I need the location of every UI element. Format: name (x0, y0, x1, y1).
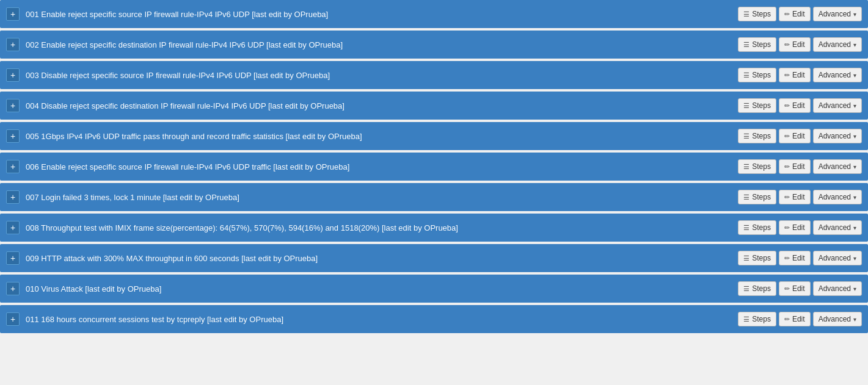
caret-icon: ▾ (853, 225, 856, 231)
edit-button-9[interactable]: ✏ Edit (779, 251, 811, 265)
edit-icon: ✏ (784, 285, 790, 293)
advanced-button-3[interactable]: Advanced ▾ (813, 68, 862, 82)
advanced-button-2[interactable]: Advanced ▾ (813, 37, 862, 52)
expand-button-2[interactable]: + (6, 38, 20, 51)
plus-icon: + (10, 192, 15, 202)
action-buttons-2: ☰ Steps ✏ Edit Advanced ▾ (738, 37, 862, 52)
item-label-6: 006 Enable reject specific source IP fir… (26, 162, 732, 171)
action-buttons-11: ☰ Steps ✏ Edit Advanced ▾ (738, 312, 862, 326)
advanced-button-5[interactable]: Advanced ▾ (813, 129, 862, 143)
item-label-3: 003 Disable reject specific source IP fi… (26, 71, 732, 80)
steps-icon: ☰ (743, 71, 749, 79)
advanced-label: Advanced (819, 10, 851, 18)
plus-icon: + (10, 253, 15, 263)
edit-icon: ✏ (784, 102, 790, 110)
advanced-button-1[interactable]: Advanced ▾ (813, 7, 862, 21)
expand-button-8[interactable]: + (6, 221, 20, 234)
expand-button-7[interactable]: + (6, 190, 20, 204)
steps-icon: ☰ (743, 285, 749, 293)
list-item-4: + 004 Disable reject specific destinatio… (0, 92, 868, 120)
steps-label: Steps (752, 315, 771, 323)
caret-icon: ▾ (853, 286, 856, 292)
caret-icon: ▾ (853, 41, 856, 48)
edit-label: Edit (792, 162, 805, 171)
expand-button-6[interactable]: + (6, 160, 20, 173)
expand-button-1[interactable]: + (6, 7, 20, 21)
list-item-5: + 005 1Gbps IPv4 IPv6 UDP traffic pass t… (0, 122, 868, 150)
plus-icon: + (10, 284, 15, 293)
advanced-button-10[interactable]: Advanced ▾ (813, 281, 862, 296)
advanced-button-7[interactable]: Advanced ▾ (813, 190, 862, 204)
edit-button-2[interactable]: ✏ Edit (779, 37, 811, 52)
steps-button-6[interactable]: ☰ Steps (738, 159, 776, 174)
steps-icon: ☰ (743, 193, 749, 201)
edit-icon: ✏ (784, 224, 790, 232)
edit-label: Edit (792, 101, 805, 110)
edit-button-10[interactable]: ✏ Edit (779, 281, 811, 296)
steps-icon: ☰ (743, 315, 749, 323)
edit-icon: ✏ (784, 254, 790, 262)
edit-label: Edit (792, 71, 805, 79)
edit-label: Edit (792, 193, 805, 201)
advanced-button-8[interactable]: Advanced ▾ (813, 220, 862, 235)
steps-button-11[interactable]: ☰ Steps (738, 312, 776, 326)
steps-button-5[interactable]: ☰ Steps (738, 129, 776, 143)
action-buttons-3: ☰ Steps ✏ Edit Advanced ▾ (738, 68, 862, 82)
steps-icon: ☰ (743, 224, 749, 232)
caret-icon: ▾ (853, 72, 856, 79)
advanced-button-4[interactable]: Advanced ▾ (813, 98, 862, 113)
edit-icon: ✏ (784, 193, 790, 201)
steps-label: Steps (752, 254, 771, 262)
steps-button-3[interactable]: ☰ Steps (738, 68, 776, 82)
action-buttons-8: ☰ Steps ✏ Edit Advanced ▾ (738, 220, 862, 235)
steps-button-4[interactable]: ☰ Steps (738, 98, 776, 113)
steps-icon: ☰ (743, 132, 749, 140)
steps-label: Steps (752, 193, 771, 201)
action-buttons-5: ☰ Steps ✏ Edit Advanced ▾ (738, 129, 862, 143)
item-label-5: 005 1Gbps IPv4 IPv6 UDP traffic pass thr… (26, 132, 732, 141)
steps-label: Steps (752, 284, 771, 293)
advanced-button-6[interactable]: Advanced ▾ (813, 159, 862, 174)
edit-button-4[interactable]: ✏ Edit (779, 98, 811, 113)
caret-icon: ▾ (853, 11, 856, 18)
edit-button-8[interactable]: ✏ Edit (779, 220, 811, 235)
expand-button-5[interactable]: + (6, 129, 20, 143)
edit-button-1[interactable]: ✏ Edit (779, 7, 811, 21)
advanced-button-11[interactable]: Advanced ▾ (813, 312, 862, 326)
edit-label: Edit (792, 132, 805, 140)
expand-button-4[interactable]: + (6, 99, 20, 112)
advanced-label: Advanced (819, 284, 851, 293)
edit-label: Edit (792, 315, 805, 323)
edit-button-7[interactable]: ✏ Edit (779, 190, 811, 204)
advanced-label: Advanced (819, 132, 851, 140)
advanced-button-9[interactable]: Advanced ▾ (813, 251, 862, 265)
list-item-1: + 001 Enable reject specific source IP f… (0, 0, 868, 28)
action-buttons-10: ☰ Steps ✏ Edit Advanced ▾ (738, 281, 862, 296)
expand-button-11[interactable]: + (6, 312, 20, 326)
edit-button-3[interactable]: ✏ Edit (779, 68, 811, 82)
steps-button-9[interactable]: ☰ Steps (738, 251, 776, 265)
steps-button-2[interactable]: ☰ Steps (738, 37, 776, 52)
plus-icon: + (10, 162, 15, 171)
edit-icon: ✏ (784, 315, 790, 323)
advanced-label: Advanced (819, 193, 851, 201)
steps-icon: ☰ (743, 163, 749, 171)
steps-icon: ☰ (743, 102, 749, 110)
list-item-2: + 002 Enable reject specific destination… (0, 31, 868, 59)
edit-button-6[interactable]: ✏ Edit (779, 159, 811, 174)
action-buttons-4: ☰ Steps ✏ Edit Advanced ▾ (738, 98, 862, 113)
action-buttons-9: ☰ Steps ✏ Edit Advanced ▾ (738, 251, 862, 265)
steps-button-1[interactable]: ☰ Steps (738, 7, 776, 21)
expand-button-9[interactable]: + (6, 251, 20, 265)
steps-label: Steps (752, 40, 771, 49)
edit-button-5[interactable]: ✏ Edit (779, 129, 811, 143)
list-item-3: + 003 Disable reject specific source IP … (0, 61, 868, 89)
plus-icon: + (10, 9, 15, 19)
expand-button-3[interactable]: + (6, 68, 20, 82)
steps-button-7[interactable]: ☰ Steps (738, 190, 776, 204)
steps-button-8[interactable]: ☰ Steps (738, 220, 776, 235)
steps-button-10[interactable]: ☰ Steps (738, 281, 776, 296)
edit-icon: ✏ (784, 41, 790, 49)
expand-button-10[interactable]: + (6, 282, 20, 295)
edit-button-11[interactable]: ✏ Edit (779, 312, 811, 326)
